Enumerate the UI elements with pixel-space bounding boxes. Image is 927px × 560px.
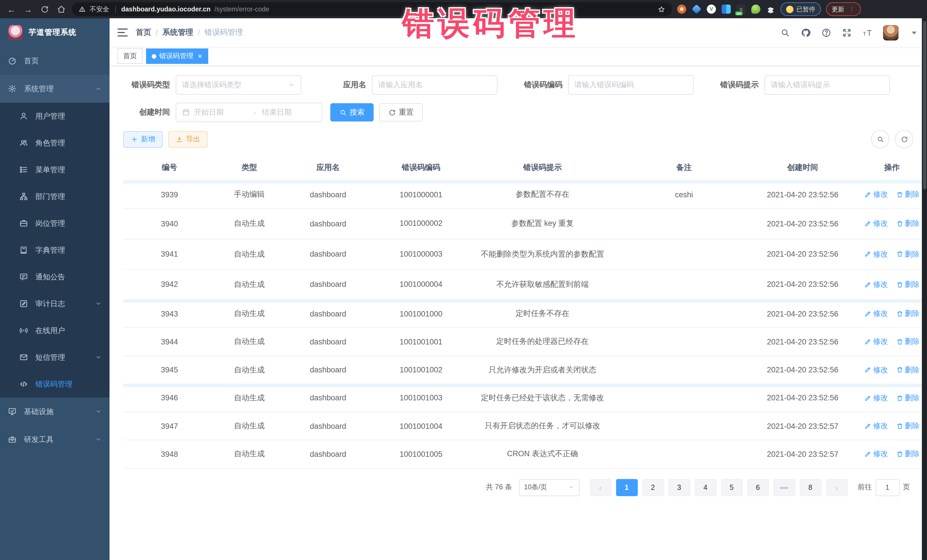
page-button-6[interactable]: 6 <box>747 479 769 496</box>
delete-action-link[interactable]: 删除 <box>896 393 919 403</box>
sidebar-item-10[interactable]: 审计日志 <box>0 290 109 317</box>
prev-page-button[interactable]: ‹ <box>590 479 611 496</box>
hamburger-icon[interactable] <box>117 29 128 36</box>
app-logo[interactable]: 芋道管理系统 <box>0 18 109 47</box>
edit-action-link[interactable]: 修改 <box>864 219 888 229</box>
page-size-select[interactable]: 10条/页 <box>519 479 579 496</box>
edit-action-link[interactable]: 修改 <box>864 421 888 431</box>
chevron-down-icon <box>95 436 102 443</box>
tag-label: 首页 <box>123 51 137 61</box>
browser-update-button[interactable]: 更新 <box>826 2 861 16</box>
tag-active[interactable]: 错误码管理 <box>146 49 208 64</box>
filter-input[interactable]: 请输入错误码提示 <box>764 75 890 95</box>
orange-shield-extension-icon[interactable] <box>677 5 686 14</box>
arrow-left-icon[interactable]: ← <box>6 5 17 14</box>
fullscreen-icon[interactable] <box>842 28 852 37</box>
refresh-icon[interactable] <box>895 130 913 148</box>
sidebar-item-15[interactable]: 研发工具 <box>0 425 109 453</box>
cell: 手动编辑 <box>216 181 283 209</box>
cell: 修改删除 <box>853 328 927 356</box>
edit-action-link[interactable]: 修改 <box>864 337 888 347</box>
sidebar-item-8[interactable]: 字典管理 <box>0 237 109 264</box>
sidebar-item-11[interactable]: 在线用户 <box>0 317 109 344</box>
search-button[interactable]: 搜索 <box>330 103 374 121</box>
edit-action-link[interactable]: 修改 <box>864 393 888 403</box>
green-leaf-extension-icon[interactable] <box>751 5 760 14</box>
sidebar-item-2[interactable]: 系统管理 <box>0 75 109 103</box>
font-size-icon[interactable]: TT <box>863 28 872 37</box>
filter-input[interactable]: 请输入应用名 <box>372 75 497 95</box>
more-pages-button[interactable]: ••• <box>773 479 795 496</box>
date-range-picker[interactable]: 开始日期 - 结束日期 <box>176 103 322 122</box>
reset-button[interactable]: 重置 <box>379 103 423 121</box>
page-button-1[interactable]: 1 <box>616 479 637 496</box>
home-icon[interactable] <box>55 5 67 14</box>
delete-action-link[interactable]: 删除 <box>896 365 919 375</box>
filter-input[interactable]: 请输入错误码编码 <box>568 75 694 95</box>
address-bar[interactable]: 不安全 dashboard.yudao.iocoder.cn/system/er… <box>72 2 672 16</box>
error-code-value: 1001001003 <box>400 394 442 402</box>
goto-page-input[interactable]: 1 <box>875 479 899 496</box>
avatar[interactable] <box>883 25 898 40</box>
sidebar-item-5[interactable]: 菜单管理 <box>0 156 109 183</box>
sidebar-item-label: 错误码管理 <box>35 379 73 389</box>
delete-action-link[interactable]: 删除 <box>896 249 919 259</box>
breadcrumb-item[interactable]: 系统管理 <box>163 27 193 38</box>
blue-gem-extension-icon[interactable] <box>692 4 701 14</box>
arrow-right-icon[interactable]: → <box>22 5 33 14</box>
github-icon[interactable] <box>801 28 811 37</box>
window-scrollbar[interactable] <box>922 18 927 560</box>
edit-action-link[interactable]: 修改 <box>864 189 888 200</box>
sidebar-item-6[interactable]: 部门管理 <box>0 183 109 210</box>
sidebar-item-9[interactable]: 通知公告 <box>0 264 109 290</box>
delete-action-link[interactable]: 删除 <box>896 421 919 431</box>
sidebar-item-3[interactable]: 用户管理 <box>0 103 109 129</box>
edit-action-link[interactable]: 修改 <box>864 365 888 375</box>
help-icon[interactable] <box>821 28 831 37</box>
reload-icon[interactable] <box>39 5 50 14</box>
green-check-extension-icon[interactable]: V <box>707 5 716 14</box>
page-button-8[interactable]: 8 <box>799 479 821 496</box>
placeholder-text: 请输入错误码提示 <box>771 80 884 90</box>
kebab-menu-icon[interactable] <box>848 6 855 12</box>
delete-action-link[interactable]: 删除 <box>896 308 919 319</box>
next-page-button[interactable]: › <box>826 479 847 496</box>
delete-action-link[interactable]: 删除 <box>896 189 919 200</box>
search-icon[interactable] <box>780 28 790 37</box>
profile-paused-pill[interactable]: 已暂停 <box>780 2 821 16</box>
error-code-type-select[interactable]: 请选择错误码类型 <box>176 75 301 95</box>
sidebar-item-14[interactable]: 基础设施 <box>0 398 109 425</box>
scrollbar-thumb[interactable] <box>923 21 926 189</box>
page-button-3[interactable]: 3 <box>668 479 690 496</box>
sidebar-item-12[interactable]: 短信管理 <box>0 344 109 371</box>
delete-action-link[interactable]: 删除 <box>896 279 919 290</box>
blue-grid-extension-icon[interactable] <box>722 5 731 14</box>
sidebar-item-13[interactable]: 错误码管理 <box>0 371 109 398</box>
caret-down-icon[interactable] <box>909 28 919 37</box>
pagination: 共 76 条 10条/页 ‹ 123456•••8 › 前往 1 页 <box>123 479 910 507</box>
edit-action-link[interactable]: 修改 <box>864 249 888 259</box>
page-button-4[interactable]: 4 <box>694 479 716 496</box>
edit-action-link[interactable]: 修改 <box>864 308 888 319</box>
close-icon[interactable] <box>198 54 202 59</box>
sidebar-item-1[interactable]: 首页 <box>0 47 109 75</box>
delete-action-link[interactable]: 删除 <box>896 449 919 459</box>
breadcrumb-item[interactable]: 首页 <box>136 27 151 38</box>
security-label[interactable]: 不安全 <box>90 5 109 14</box>
delete-action-link[interactable]: 删除 <box>896 219 919 229</box>
paused-label: 已暂停 <box>796 5 815 14</box>
add-button[interactable]: 新增 <box>123 131 163 147</box>
delete-action-link[interactable]: 删除 <box>896 337 919 347</box>
sidebar-item-7[interactable]: 岗位管理 <box>0 210 109 237</box>
tag-item[interactable]: 首页 <box>117 49 143 64</box>
search-icon[interactable] <box>871 130 889 148</box>
page-button-2[interactable]: 2 <box>642 479 664 496</box>
edit-action-link[interactable]: 修改 <box>864 449 888 459</box>
sidebar-item-4[interactable]: 角色管理 <box>0 129 109 156</box>
puzzle-extensions-icon[interactable] <box>766 5 775 14</box>
edit-action-link[interactable]: 修改 <box>864 279 888 290</box>
page-button-5[interactable]: 5 <box>721 479 742 496</box>
star-icon[interactable] <box>658 5 665 13</box>
export-button[interactable]: 导出 <box>168 131 208 147</box>
switch-on-extension-icon[interactable]: on≡ <box>737 5 746 14</box>
